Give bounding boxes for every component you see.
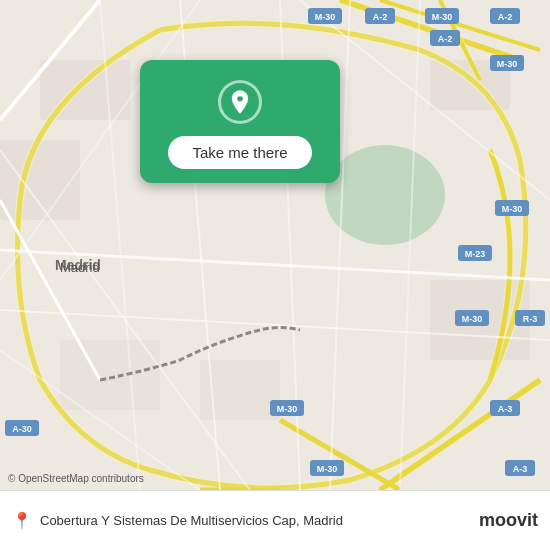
bottom-bar: 📍 Cobertura Y Sistemas De Multiservicios… [0,490,550,550]
location-pin [218,80,262,124]
location-card: Take me there [140,60,340,183]
svg-text:M-23: M-23 [465,249,486,259]
svg-text:M-30: M-30 [317,464,338,474]
svg-text:A-3: A-3 [513,464,528,474]
map-container: M-30 M-30 M-30 M-30 M-30 M-30 M-30 A-2 A… [0,0,550,490]
moovit-text: moovit [479,510,538,531]
svg-text:M-30: M-30 [502,204,523,214]
location-pin-icon: 📍 [12,511,32,530]
svg-text:M-30: M-30 [315,12,336,22]
map-copyright: © OpenStreetMap contributors [8,473,144,484]
svg-text:A-2: A-2 [373,12,388,22]
svg-text:A-30: A-30 [12,424,32,434]
svg-text:M-30: M-30 [277,404,298,414]
svg-text:A-3: A-3 [498,404,513,414]
svg-text:M-30: M-30 [497,59,518,69]
svg-text:R-3: R-3 [523,314,538,324]
svg-text:M-30: M-30 [462,314,483,324]
pin-icon [226,88,254,116]
svg-text:A-2: A-2 [498,12,513,22]
svg-text:M-30: M-30 [432,12,453,22]
take-me-there-button[interactable]: Take me there [168,136,311,169]
svg-text:A-2: A-2 [438,34,453,44]
svg-rect-9 [60,340,160,410]
location-title: Cobertura Y Sistemas De Multiservicios C… [40,513,471,528]
svg-rect-6 [0,140,80,220]
moovit-logo: moovit [479,510,538,531]
madrid-label: Madrid [60,260,100,275]
